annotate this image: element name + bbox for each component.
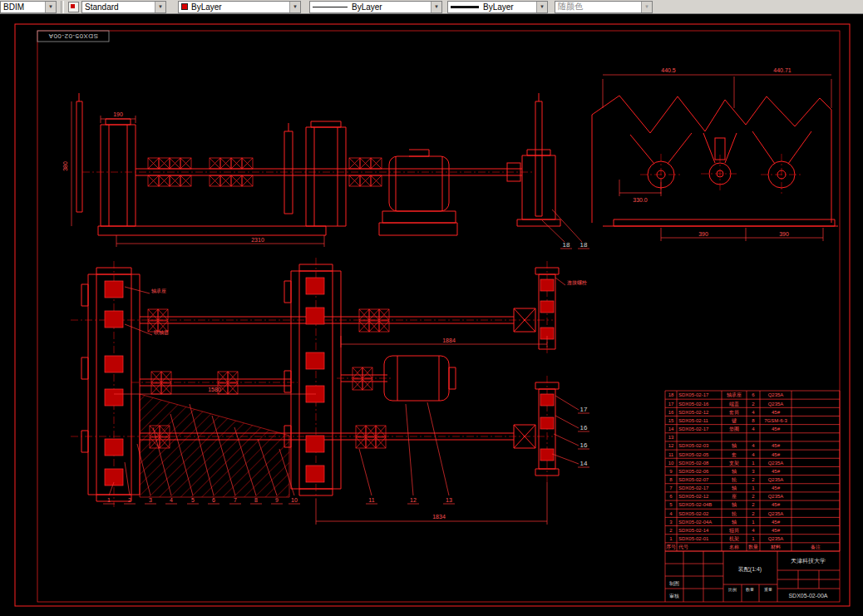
balloon-4: 4 — [170, 497, 173, 503]
balloon-8: 8 — [254, 497, 258, 503]
balloon-16: 16 — [580, 441, 588, 449]
color-combo[interactable]: ByLayer ▼ — [178, 1, 301, 13]
table-cell: 4 — [669, 511, 673, 516]
lineweight-preview-icon — [451, 6, 479, 8]
dim-1884: 1884 — [442, 338, 456, 343]
table-cell: 材料 — [770, 545, 781, 550]
table-cell: 45# — [772, 443, 781, 448]
dim-390-right: 390 — [779, 231, 789, 237]
table-cell: 序号 — [666, 544, 676, 549]
annotation-1: 轴承座 — [151, 288, 166, 294]
table-cell: 2 — [752, 502, 755, 507]
table-cell: 轴 — [732, 469, 737, 475]
table-cell: 45# — [772, 520, 781, 525]
layer-combo[interactable]: BDIM ▼ — [0, 1, 57, 13]
company-name: 天津科技大学 — [791, 558, 826, 564]
balloon-12: 12 — [410, 497, 417, 503]
dim-390-left: 390 — [698, 231, 708, 237]
dim-330: 330.0 — [633, 197, 648, 203]
balloon-11: 11 — [368, 497, 374, 503]
table-cell: 1 — [752, 461, 755, 466]
table-cell: 4 — [752, 528, 755, 533]
layer-combo-value: BDIM — [3, 2, 24, 12]
balloon-9: 9 — [275, 497, 279, 503]
table-cell: 9 — [669, 469, 673, 474]
table-cell: SDX05-02-14 — [678, 528, 709, 533]
table-cell: Q235A — [768, 494, 784, 499]
table-cell: 45# — [772, 410, 781, 415]
table-cell: SDX05-02-03 — [678, 443, 709, 448]
table-cell: SDX05-02-12 — [678, 410, 709, 415]
table-cell: 端盖 — [729, 401, 739, 407]
table-cell: 3 — [752, 469, 755, 474]
table-cell: 13 — [668, 435, 674, 440]
table-cell: 轴 — [732, 485, 737, 491]
table-cell: 轴承座 — [727, 392, 742, 398]
balloon-18: 18 — [580, 241, 588, 249]
dim-1834: 1834 — [432, 514, 446, 520]
chevron-down-icon[interactable]: ▼ — [45, 2, 56, 12]
table-cell: 代号 — [678, 545, 688, 549]
table-cell: SDX05-02-04B — [678, 502, 712, 507]
table-cell: 10 — [668, 461, 674, 466]
balloon-14: 14 — [580, 460, 588, 467]
balloon-13: 13 — [446, 497, 452, 503]
table-cell: 45# — [772, 502, 781, 507]
balloon-7: 7 — [234, 497, 237, 503]
table-cell: Q235A — [768, 392, 784, 397]
table-cell: 1 — [669, 536, 673, 541]
front-elevation-view: 190 380 2310 — [62, 93, 560, 247]
balloon-18: 18 — [563, 241, 570, 249]
table-cell: SDX05-02-07 — [678, 477, 709, 482]
table-cell: SDX05-02-02 — [678, 511, 709, 516]
balloon-6: 6 — [212, 497, 215, 503]
table-cell: 1 — [752, 485, 755, 490]
balloon-17: 17 — [580, 406, 588, 413]
table-cell: 2 — [669, 528, 673, 533]
table-cell: 垫圈 — [729, 426, 739, 432]
annotation-2: 联轴器 — [154, 330, 169, 336]
table-cell: 6 — [669, 494, 673, 499]
chevron-down-icon[interactable]: ▼ — [155, 2, 165, 12]
parts-list-table: 18SDX05-02-17轴承座6Q235A17SDX05-02-16端盖2Q2… — [665, 391, 840, 551]
scale-label: 比例 — [728, 587, 737, 593]
table-cell: 套筒 — [729, 410, 739, 415]
weight-label: 重量 — [764, 587, 772, 592]
table-cell: 3 — [669, 520, 673, 525]
style-combo[interactable]: Standard ▼ — [81, 1, 166, 13]
balloon-10: 10 — [291, 497, 298, 503]
plotstyle-combo: 随颜色 ▼ — [555, 1, 653, 13]
table-cell: 4 — [752, 410, 755, 415]
chevron-down-icon[interactable]: ▼ — [431, 2, 441, 12]
cad-drawing-canvas[interactable]: SDX05-02-00A 190 380 2310 440.5 440.71 — [0, 14, 863, 616]
title-block-checker-label: 审核 — [669, 593, 679, 599]
chevron-down-icon[interactable]: ▼ — [289, 2, 300, 12]
table-cell: 2 — [752, 511, 755, 516]
dim-440-5: 440.5 — [661, 67, 676, 73]
plan-view: 轴承座 联轴器 连接螺栓 1884 1580 1834 123456789101… — [71, 158, 589, 525]
chevron-down-icon[interactable]: ▼ — [536, 2, 547, 12]
table-cell: SDX05-02-04A — [678, 520, 712, 525]
table-cell: 座 — [732, 493, 737, 499]
title-block-drafter-label: 制图 — [669, 581, 679, 587]
table-cell: 备注 — [811, 544, 821, 550]
lineweight-combo-value: ByLayer — [483, 2, 514, 12]
table-cell: Q235A — [768, 461, 784, 466]
chevron-down-icon: ▼ — [641, 2, 652, 12]
dim-380: 380 — [62, 161, 68, 171]
text-style-icon[interactable] — [68, 2, 79, 12]
table-cell: 1 — [752, 536, 755, 541]
table-cell: 4 — [752, 452, 755, 457]
drawing-title: 装配(1:4) — [738, 566, 762, 573]
detail-section-view: 440.5 440.71 330.0 390 390 — [592, 67, 838, 241]
table-cell: 辊筒 — [729, 528, 739, 534]
table-cell: 支架 — [729, 460, 739, 466]
table-cell: SDX05-02-17 — [678, 392, 709, 397]
lineweight-combo[interactable]: ByLayer ▼ — [447, 1, 548, 13]
linetype-combo[interactable]: ByLayer ▼ — [309, 1, 442, 13]
table-cell: 45# — [772, 528, 781, 533]
table-cell: 7 — [669, 485, 673, 490]
table-cell: 14 — [668, 426, 674, 431]
qty-label: 数量 — [746, 587, 754, 592]
table-cell: Q235A — [768, 536, 784, 541]
